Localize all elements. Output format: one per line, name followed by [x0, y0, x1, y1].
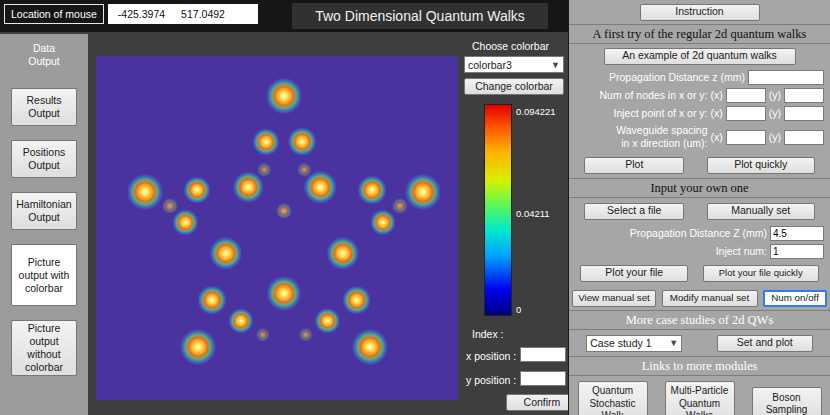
input-your-own-header: Input your own one: [569, 178, 830, 198]
example-2d-walks-button[interactable]: An example of 2d quantum walks: [604, 48, 796, 65]
select-file-button[interactable]: Select a file: [584, 203, 684, 220]
probability-dot: [370, 210, 395, 235]
mouse-location-box: Location of mouse -425.3974 517.0492: [4, 4, 258, 24]
y-position-label: y position :: [466, 374, 516, 386]
quantum-stochastic-walk-button[interactable]: Quantum Stochastic Walk: [578, 381, 648, 415]
probability-dot: [183, 176, 210, 203]
case-studies-header: More case studies of 2d QWs: [569, 310, 830, 330]
probability-dot: [352, 329, 388, 365]
plot-button[interactable]: Plot: [584, 157, 684, 174]
x-tag: (x): [711, 107, 723, 119]
instruction-button[interactable]: Instruction: [640, 4, 760, 21]
inject-num-label: Inject num:: [569, 245, 767, 257]
probability-dot: [229, 308, 254, 333]
data-output-sidebar: Data Output Results Output Positions Out…: [0, 34, 88, 415]
case-study-dropdown-value: Case study 1: [590, 337, 651, 349]
probability-dot: [392, 198, 408, 214]
plot-your-file-quickly-button[interactable]: Plot your file quickly: [703, 265, 819, 282]
x-tag: (x): [711, 131, 723, 143]
plot-canvas[interactable]: [96, 56, 458, 400]
chevron-down-icon: ▼: [669, 338, 678, 348]
positions-output-button[interactable]: Positions Output: [11, 140, 77, 178]
probability-dot: [209, 237, 241, 269]
colorbar-tick-min: 0: [516, 304, 521, 315]
multi-particle-quantum-walks-button[interactable]: Multi-Particle Quantum Walks: [665, 381, 735, 415]
view-manual-set-button[interactable]: View manual set: [572, 290, 656, 307]
set-and-plot-button[interactable]: Set and plot: [717, 335, 813, 352]
colorbar-dropdown-value: colorbar3: [468, 59, 512, 71]
probability-dot: [257, 162, 271, 176]
mouse-coordinates: -425.3974 517.0492: [108, 4, 258, 24]
index-label: Index :: [472, 328, 504, 340]
y-tag: (y): [769, 131, 781, 143]
num-nodes-y-input[interactable]: [784, 88, 824, 103]
own-propagation-input[interactable]: [770, 226, 824, 241]
probability-dot: [288, 127, 317, 156]
propagation-distance-label: Propagation Distance z (mm): [569, 71, 745, 83]
probability-dot: [342, 286, 371, 315]
choose-colorbar-label: Choose colorbar: [472, 40, 549, 52]
num-nodes-label: Num of nodes in x or y:: [569, 89, 708, 101]
inject-point-y-input[interactable]: [784, 106, 824, 121]
x-tag: (x): [711, 89, 723, 101]
inject-num-input[interactable]: [770, 244, 824, 259]
probability-dot: [304, 171, 336, 203]
results-output-button[interactable]: Results Output: [11, 88, 77, 126]
y-tag: (y): [769, 89, 781, 101]
case-study-dropdown[interactable]: Case study 1 ▼: [586, 335, 682, 352]
probability-dot: [327, 237, 359, 269]
colorbar-dropdown[interactable]: colorbar3 ▼: [464, 56, 564, 73]
own-propagation-label: Propagation Distance Z (mm): [569, 227, 767, 239]
probability-dot: [357, 175, 386, 204]
num-nodes-x-input[interactable]: [726, 88, 766, 103]
probability-dot: [299, 327, 313, 341]
y-tag: (y): [769, 107, 781, 119]
probability-dot: [127, 174, 163, 210]
probability-dot: [276, 203, 292, 219]
probability-dot: [180, 329, 216, 365]
probability-dot: [253, 128, 280, 155]
waveguide-spacing-label: Waveguide spacing in x direction (um):: [569, 124, 708, 149]
manually-set-button[interactable]: Manually set: [707, 203, 815, 220]
probability-dot: [405, 174, 441, 210]
plot-your-file-button[interactable]: Plot your file: [580, 265, 688, 282]
x-position-label: x position :: [466, 350, 516, 362]
chevron-down-icon: ▼: [551, 60, 560, 70]
probability-dot: [162, 198, 178, 214]
waveguide-spacing-x-input[interactable]: [726, 130, 766, 145]
modify-manual-set-button[interactable]: Modify manual set: [662, 290, 758, 307]
probability-dot: [173, 210, 198, 235]
probability-dot: [233, 172, 264, 203]
waveguide-spacing-y-input[interactable]: [784, 130, 824, 145]
y-position-input[interactable]: [520, 371, 566, 386]
app-title: Two Dimensional Quantum Walks: [292, 3, 548, 29]
plot-quickly-button[interactable]: Plot quickly: [707, 157, 815, 174]
probability-dot: [267, 276, 301, 310]
propagation-distance-input[interactable]: [748, 70, 824, 85]
picture-output-without-colorbar-button[interactable]: Picture output without colorbar: [11, 320, 77, 376]
num-on-off-button[interactable]: Num on/off: [763, 290, 827, 307]
links-header: Links to more modules: [569, 356, 830, 376]
mouse-location-label: Location of mouse: [4, 4, 104, 24]
colorbar-tick-max: 0.094221: [516, 106, 556, 117]
colorbar-gradient: [484, 104, 512, 316]
x-position-input[interactable]: [520, 347, 566, 362]
mouse-x-value: -425.3974: [118, 8, 165, 20]
top-bar: Location of mouse -425.3974 517.0492 Two…: [0, 0, 568, 32]
inject-point-label: Inject point of x or y:: [569, 107, 708, 119]
change-colorbar-button[interactable]: Change colorbar: [464, 78, 564, 95]
control-panel: Instruction A first try of the regular 2…: [568, 0, 830, 415]
inject-point-x-input[interactable]: [726, 106, 766, 121]
hamiltonian-output-button[interactable]: Hamiltonian Output: [11, 192, 77, 230]
colorbar-tick-mid: 0.04211: [516, 208, 550, 219]
regular-walks-header: A first try of the regular 2d quantum wa…: [569, 25, 830, 44]
mouse-y-value: 517.0492: [181, 8, 225, 20]
picture-output-with-colorbar-button[interactable]: Picture output with colorbar: [11, 244, 77, 306]
boson-sampling-button[interactable]: Boson Sampling: [752, 387, 822, 415]
probability-dot: [315, 308, 340, 333]
probability-dot: [197, 286, 226, 315]
probability-dot: [255, 327, 269, 341]
plot-region: Choose colorbar colorbar3 ▼ Change color…: [88, 32, 568, 415]
sidebar-title: Data Output: [18, 42, 70, 68]
probability-dot: [266, 78, 302, 114]
